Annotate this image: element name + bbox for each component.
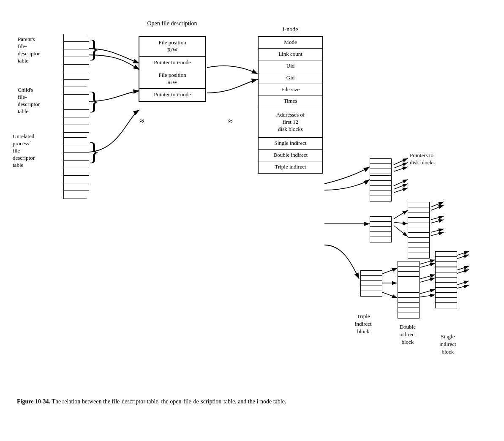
inode-addresses: Addresses offirst 12disk blocks (259, 107, 322, 138)
pointers-label: Pointers todisk blocks (410, 152, 435, 166)
caption-text: The relation between the file-descriptor… (50, 398, 286, 405)
inode-uid: Uid (259, 60, 322, 72)
inode-single-indirect: Single indirect (259, 138, 322, 150)
inode-title: i-node (258, 26, 323, 33)
double-indirect-block-label: Doubleindirectblock (399, 323, 416, 346)
double-indirect-block (370, 216, 392, 242)
inode-mode: Mode (259, 37, 322, 49)
wavy-inode: ≈ (228, 116, 233, 126)
triple-mid-3 (398, 292, 420, 318)
unrelated-fd-label: Unrelatedprocess´file-descriptortable (13, 133, 35, 169)
parents-brace: } (88, 36, 100, 61)
parents-fd-label: Parent'sfile-descriptortable (18, 36, 40, 65)
ofd-title: Open file description (137, 20, 207, 27)
unrelated-fd-table (63, 137, 87, 199)
double-right-3 (408, 232, 430, 259)
ofd-cell-4: Pointer to i-node (139, 89, 205, 101)
unrelated-brace: } (88, 139, 100, 164)
inode-triple-indirect: Triple indirect (259, 161, 322, 173)
childs-brace: } (88, 88, 100, 113)
wavy-ofd: ≈ (139, 116, 144, 126)
childs-fd-label: Child'sfile-descriptortable (18, 87, 40, 115)
figure-caption: Figure 10-34. The relation between the f… (17, 397, 346, 406)
inode-link-count: Link count (259, 49, 322, 60)
inode-file-size: File size (259, 84, 322, 96)
inode-box: Mode Link count Uid Gid File size Times … (258, 36, 323, 174)
ofd-box: File positionR/W Pointer to i-node File … (139, 36, 206, 102)
inode-double-indirect: Double indirect (259, 150, 322, 161)
single-indirect-block-label: Singleindirectblock (439, 333, 456, 356)
ofd-cell-3: File positionR/W (139, 69, 205, 89)
caption-bold: Figure 10-34. (17, 398, 50, 405)
ofd-cell-2: Pointer to i-node (139, 57, 205, 69)
triple-indirect-block (360, 270, 382, 297)
triple-right-3 (435, 282, 457, 308)
inode-gid: Gid (259, 72, 322, 84)
ofd-cell-1: File positionR/W (139, 37, 205, 57)
disk-block-top-2 (370, 175, 392, 201)
inode-times: Times (259, 95, 322, 107)
triple-indirect-block-label: Tripleindirectblock (355, 313, 372, 336)
